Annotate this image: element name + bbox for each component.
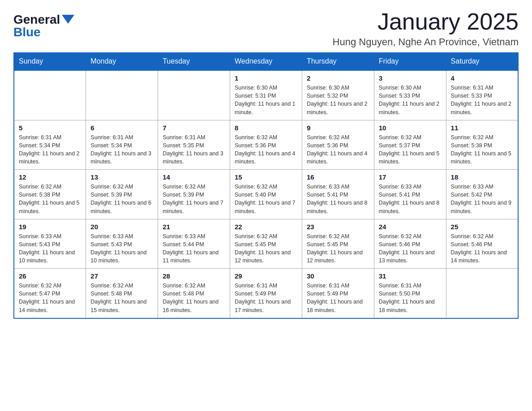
calendar-cell: 3Sunrise: 6:30 AM Sunset: 5:33 PM Daylig… <box>374 70 446 120</box>
day-number: 29 <box>235 272 297 280</box>
day-info: Sunrise: 6:32 AM Sunset: 5:45 PM Dayligh… <box>307 232 369 265</box>
day-info: Sunrise: 6:32 AM Sunset: 5:47 PM Dayligh… <box>19 282 81 314</box>
day-info: Sunrise: 6:33 AM Sunset: 5:41 PM Dayligh… <box>379 183 442 215</box>
logo-blue-text: Blue <box>13 26 41 39</box>
calendar-cell: 10Sunrise: 6:32 AM Sunset: 5:37 PM Dayli… <box>374 120 446 170</box>
column-header-friday: Friday <box>374 53 446 71</box>
day-number: 1 <box>235 74 297 82</box>
day-info: Sunrise: 6:32 AM Sunset: 5:48 PM Dayligh… <box>90 282 153 314</box>
week-row-5: 26Sunrise: 6:32 AM Sunset: 5:47 PM Dayli… <box>14 269 518 318</box>
calendar-cell: 17Sunrise: 6:33 AM Sunset: 5:41 PM Dayli… <box>374 170 446 219</box>
calendar-cell: 6Sunrise: 6:31 AM Sunset: 5:34 PM Daylig… <box>86 120 158 170</box>
calendar-cell: 25Sunrise: 6:32 AM Sunset: 5:46 PM Dayli… <box>446 219 518 269</box>
day-number: 14 <box>163 173 225 181</box>
day-info: Sunrise: 6:32 AM Sunset: 5:48 PM Dayligh… <box>163 282 225 314</box>
day-info: Sunrise: 6:33 AM Sunset: 5:41 PM Dayligh… <box>307 183 369 215</box>
calendar-cell: 20Sunrise: 6:33 AM Sunset: 5:43 PM Dayli… <box>86 219 158 269</box>
calendar-cell: 13Sunrise: 6:32 AM Sunset: 5:39 PM Dayli… <box>86 170 158 219</box>
calendar-cell <box>158 70 230 120</box>
day-number: 2 <box>307 74 369 82</box>
day-number: 25 <box>451 223 513 231</box>
day-info: Sunrise: 6:32 AM Sunset: 5:40 PM Dayligh… <box>235 183 297 215</box>
logo-general-text: General <box>13 13 60 26</box>
column-header-wednesday: Wednesday <box>230 53 302 71</box>
day-info: Sunrise: 6:33 AM Sunset: 5:42 PM Dayligh… <box>451 183 513 215</box>
calendar-cell: 1Sunrise: 6:30 AM Sunset: 5:31 PM Daylig… <box>230 70 302 120</box>
column-header-monday: Monday <box>86 53 158 71</box>
calendar-cell: 16Sunrise: 6:33 AM Sunset: 5:41 PM Dayli… <box>302 170 374 219</box>
calendar-cell: 24Sunrise: 6:32 AM Sunset: 5:46 PM Dayli… <box>374 219 446 269</box>
calendar-cell: 5Sunrise: 6:31 AM Sunset: 5:34 PM Daylig… <box>14 120 86 170</box>
calendar-cell: 31Sunrise: 6:31 AM Sunset: 5:50 PM Dayli… <box>374 269 446 318</box>
calendar-cell: 7Sunrise: 6:31 AM Sunset: 5:35 PM Daylig… <box>158 120 230 170</box>
day-info: Sunrise: 6:32 AM Sunset: 5:36 PM Dayligh… <box>235 133 297 166</box>
day-info: Sunrise: 6:33 AM Sunset: 5:44 PM Dayligh… <box>163 232 225 265</box>
week-row-2: 5Sunrise: 6:31 AM Sunset: 5:34 PM Daylig… <box>14 120 518 170</box>
calendar-cell <box>14 70 86 120</box>
day-info: Sunrise: 6:30 AM Sunset: 5:33 PM Dayligh… <box>379 84 442 116</box>
day-number: 11 <box>451 124 513 132</box>
day-info: Sunrise: 6:31 AM Sunset: 5:34 PM Dayligh… <box>90 133 153 166</box>
day-info: Sunrise: 6:31 AM Sunset: 5:34 PM Dayligh… <box>19 133 81 166</box>
week-row-3: 12Sunrise: 6:32 AM Sunset: 5:38 PM Dayli… <box>14 170 518 219</box>
day-info: Sunrise: 6:33 AM Sunset: 5:43 PM Dayligh… <box>19 232 81 265</box>
day-number: 26 <box>19 272 81 280</box>
logo-triangle-icon <box>62 15 74 24</box>
header: General Blue January 2025 Hung Nguyen, N… <box>13 9 519 48</box>
day-number: 6 <box>90 124 153 132</box>
week-row-4: 19Sunrise: 6:33 AM Sunset: 5:43 PM Dayli… <box>14 219 518 269</box>
day-number: 19 <box>19 223 81 231</box>
day-number: 30 <box>307 272 369 280</box>
day-number: 31 <box>379 272 442 280</box>
day-number: 28 <box>163 272 225 280</box>
day-info: Sunrise: 6:32 AM Sunset: 5:46 PM Dayligh… <box>451 232 513 265</box>
calendar-cell: 18Sunrise: 6:33 AM Sunset: 5:42 PM Dayli… <box>446 170 518 219</box>
calendar-body: 1Sunrise: 6:30 AM Sunset: 5:31 PM Daylig… <box>14 70 518 318</box>
day-number: 12 <box>19 173 81 181</box>
calendar-cell: 22Sunrise: 6:32 AM Sunset: 5:45 PM Dayli… <box>230 219 302 269</box>
day-number: 13 <box>90 173 153 181</box>
calendar-cell: 30Sunrise: 6:31 AM Sunset: 5:49 PM Dayli… <box>302 269 374 318</box>
calendar-cell: 23Sunrise: 6:32 AM Sunset: 5:45 PM Dayli… <box>302 219 374 269</box>
calendar-cell: 28Sunrise: 6:32 AM Sunset: 5:48 PM Dayli… <box>158 269 230 318</box>
day-number: 21 <box>163 223 225 231</box>
column-header-saturday: Saturday <box>446 53 518 71</box>
day-info: Sunrise: 6:30 AM Sunset: 5:32 PM Dayligh… <box>307 84 369 116</box>
day-info: Sunrise: 6:31 AM Sunset: 5:35 PM Dayligh… <box>163 133 225 166</box>
calendar-cell: 8Sunrise: 6:32 AM Sunset: 5:36 PM Daylig… <box>230 120 302 170</box>
calendar-cell: 2Sunrise: 6:30 AM Sunset: 5:32 PM Daylig… <box>302 70 374 120</box>
day-number: 20 <box>90 223 153 231</box>
location-title: Hung Nguyen, Nghe An Province, Vietnam <box>333 36 519 48</box>
calendar-header: SundayMondayTuesdayWednesdayThursdayFrid… <box>14 53 518 71</box>
column-header-sunday: Sunday <box>14 53 86 71</box>
day-number: 24 <box>379 223 442 231</box>
calendar-table: SundayMondayTuesdayWednesdayThursdayFrid… <box>13 52 519 319</box>
day-number: 18 <box>451 173 513 181</box>
calendar-cell <box>446 269 518 318</box>
day-info: Sunrise: 6:33 AM Sunset: 5:43 PM Dayligh… <box>90 232 153 265</box>
day-number: 17 <box>379 173 442 181</box>
day-info: Sunrise: 6:32 AM Sunset: 5:39 PM Dayligh… <box>90 183 153 215</box>
column-header-thursday: Thursday <box>302 53 374 71</box>
calendar-cell: 9Sunrise: 6:32 AM Sunset: 5:36 PM Daylig… <box>302 120 374 170</box>
title-area: January 2025 Hung Nguyen, Nghe An Provin… <box>333 9 519 48</box>
day-number: 27 <box>90 272 153 280</box>
day-number: 10 <box>379 124 442 132</box>
month-title: January 2025 <box>333 9 519 34</box>
day-info: Sunrise: 6:32 AM Sunset: 5:37 PM Dayligh… <box>379 133 442 166</box>
day-info: Sunrise: 6:32 AM Sunset: 5:45 PM Dayligh… <box>235 232 297 265</box>
calendar-cell: 4Sunrise: 6:31 AM Sunset: 5:33 PM Daylig… <box>446 70 518 120</box>
day-number: 8 <box>235 124 297 132</box>
day-number: 7 <box>163 124 225 132</box>
day-info: Sunrise: 6:31 AM Sunset: 5:50 PM Dayligh… <box>379 282 442 314</box>
week-row-1: 1Sunrise: 6:30 AM Sunset: 5:31 PM Daylig… <box>14 70 518 120</box>
column-header-tuesday: Tuesday <box>158 53 230 71</box>
calendar-cell: 21Sunrise: 6:33 AM Sunset: 5:44 PM Dayli… <box>158 219 230 269</box>
header-row: SundayMondayTuesdayWednesdayThursdayFrid… <box>14 53 518 71</box>
day-info: Sunrise: 6:31 AM Sunset: 5:49 PM Dayligh… <box>235 282 297 314</box>
calendar-cell: 26Sunrise: 6:32 AM Sunset: 5:47 PM Dayli… <box>14 269 86 318</box>
day-info: Sunrise: 6:31 AM Sunset: 5:49 PM Dayligh… <box>307 282 369 314</box>
calendar-cell: 12Sunrise: 6:32 AM Sunset: 5:38 PM Dayli… <box>14 170 86 219</box>
day-number: 22 <box>235 223 297 231</box>
day-info: Sunrise: 6:31 AM Sunset: 5:33 PM Dayligh… <box>451 84 513 116</box>
